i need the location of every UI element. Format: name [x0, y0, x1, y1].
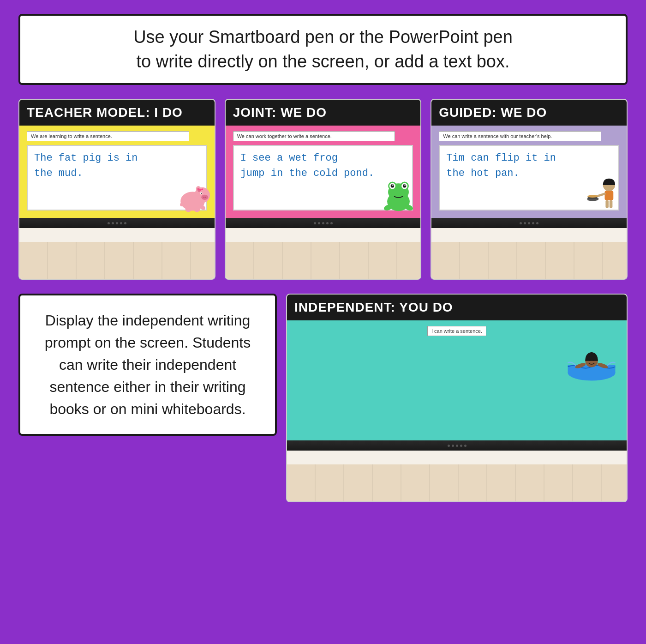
independent-panel: INDEPENDENT: YOU DO I can write a senten… — [286, 294, 628, 502]
svg-point-24 — [392, 185, 394, 186]
joint-panel: JOINT: WE DO We can work together to wri… — [225, 99, 422, 280]
smartboard-dots-1 — [108, 222, 126, 224]
svg-point-29 — [606, 184, 608, 186]
dot — [536, 222, 538, 224]
svg-point-6 — [201, 193, 202, 194]
smartboard-wrapper-3: GUIDED: WE DO We can write a sentence wi… — [431, 100, 627, 242]
svg-point-30 — [610, 184, 612, 186]
pan-icon — [587, 176, 622, 213]
bottom-row: Display the independent writing prompt o… — [18, 294, 628, 502]
main-container: Use your Smartboard pen or the PowerPoin… — [0, 0, 646, 516]
guided-panel: GUIDED: WE DO We can write a sentence wi… — [431, 99, 628, 280]
dot — [330, 222, 333, 224]
dot — [108, 222, 110, 224]
dot — [326, 222, 329, 224]
floor-area-4 — [287, 464, 627, 501]
floor-area-3 — [431, 242, 627, 279]
svg-point-12 — [194, 208, 200, 212]
guided-header: GUIDED: WE DO — [431, 100, 627, 126]
svg-rect-36 — [605, 200, 609, 208]
teacher-model-panel: TEACHER MODEL: I DO We are learning to w… — [18, 99, 215, 280]
pig-icon — [175, 179, 210, 213]
instruction-text-2: to write directly on the screen, or add … — [39, 49, 607, 74]
smartboard-wrapper-1: TEACHER MODEL: I DO We are learning to w… — [19, 100, 215, 242]
svg-rect-31 — [605, 191, 614, 200]
dot — [464, 445, 467, 447]
independent-header: INDEPENDENT: YOU DO — [287, 295, 627, 320]
dot — [322, 222, 324, 224]
instruction-box: Use your Smartboard pen or the PowerPoin… — [18, 14, 628, 85]
svg-point-11 — [185, 208, 191, 212]
svg-point-3 — [203, 197, 204, 198]
svg-point-15 — [199, 189, 201, 191]
smartboard-base-3 — [431, 218, 627, 228]
smartboard-wrapper-2: JOINT: WE DO We can work together to wri… — [226, 100, 421, 242]
slide-content-1: We are learning to write a sentence. The… — [19, 126, 215, 218]
dot — [528, 222, 530, 224]
dot — [314, 222, 316, 224]
learning-label-4: I can write a sentence. — [427, 326, 486, 336]
dot — [120, 222, 122, 224]
smartboard-wrapper-4: INDEPENDENT: YOU DO I can write a senten… — [287, 295, 627, 464]
frog-icon — [381, 176, 416, 213]
svg-point-43 — [589, 360, 590, 361]
smartboard-dots-2 — [314, 222, 333, 224]
dot — [520, 222, 522, 224]
floor-area-2 — [226, 242, 421, 279]
dot — [124, 222, 126, 224]
svg-point-44 — [593, 360, 594, 361]
smartboard-base-2 — [226, 218, 421, 228]
description-text: Display the independent writing prompt o… — [39, 309, 257, 420]
dot — [112, 222, 114, 224]
joint-header: JOINT: WE DO — [226, 100, 421, 126]
smartboard-screen-1: TEACHER MODEL: I DO We are learning to w… — [19, 100, 215, 218]
learning-label-3: We can write a sentence with our teacher… — [439, 131, 601, 141]
svg-point-35 — [587, 195, 598, 198]
smartboard-base-4 — [287, 440, 627, 451]
dot — [116, 222, 118, 224]
dot — [318, 222, 320, 224]
dot — [456, 445, 458, 447]
description-box: Display the independent writing prompt o… — [18, 294, 277, 436]
dot — [452, 445, 454, 447]
smartboard-screen-2: JOINT: WE DO We can work together to wri… — [226, 100, 421, 218]
smartboard-screen-4: INDEPENDENT: YOU DO I can write a senten… — [287, 295, 627, 440]
pool-icon — [564, 340, 619, 386]
learning-label-1: We are learning to write a sentence. — [27, 131, 189, 141]
svg-point-2 — [201, 195, 208, 200]
dot — [524, 222, 526, 224]
sentence-text-1: The fat pig is in the mud. — [34, 150, 200, 181]
floor-area-1 — [19, 242, 215, 279]
slide-content-4: I can write a sentence. — [287, 320, 627, 440]
smartboard-dots-3 — [520, 222, 538, 224]
teacher-model-header: TEACHER MODEL: I DO — [19, 100, 215, 126]
dot — [532, 222, 534, 224]
instruction-text: Use your Smartboard pen or the PowerPoin… — [39, 25, 607, 49]
svg-point-25 — [405, 185, 406, 186]
smartboard-base-1 — [19, 218, 215, 228]
slide-content-2: We can work together to write a sentence… — [226, 126, 421, 218]
dot — [460, 445, 462, 447]
smartboard-screen-3: GUIDED: WE DO We can write a sentence wi… — [431, 100, 627, 218]
slide-content-3: We can write a sentence with our teacher… — [431, 126, 627, 218]
svg-rect-37 — [610, 200, 613, 208]
dot — [448, 445, 450, 447]
learning-label-2: We can work together to write a sentence… — [233, 131, 395, 141]
smartboard-dots-4 — [448, 445, 467, 447]
panels-row: TEACHER MODEL: I DO We are learning to w… — [18, 99, 628, 280]
svg-point-4 — [205, 197, 206, 198]
